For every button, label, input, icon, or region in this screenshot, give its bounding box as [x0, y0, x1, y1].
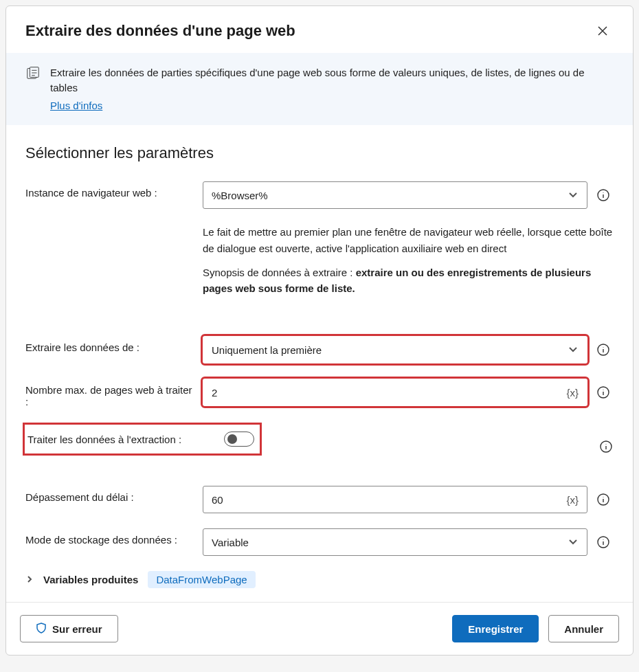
row-description: Le fait de mettre au premier plan une fe… — [25, 224, 614, 321]
timeout-label: Dépassement du délai : — [25, 486, 196, 503]
browser-instance-label: Instance de navigateur web : — [25, 181, 196, 199]
save-label: Enregistrer — [468, 623, 523, 635]
variables-produced-label: Variables produites — [43, 574, 138, 585]
variables-produced-row[interactable]: Variables produites DataFromWebPage — [25, 571, 614, 588]
info-icon[interactable] — [598, 439, 614, 454]
extract-from-select[interactable]: Uniquement la première — [203, 336, 587, 363]
description-synopsis: Synopsis de données à extraire : extrair… — [203, 265, 614, 297]
row-process-on-extract: Traiter les données à l'extraction : — [25, 423, 614, 471]
process-on-extract-label: Traiter les données à l'extraction : — [25, 434, 224, 445]
timeout-value: 60 — [212, 494, 223, 506]
row-extract-from: Extraire les données de : Uniquement la … — [25, 336, 614, 363]
extract-from-label: Extraire les données de : — [25, 336, 196, 353]
browser-instance-value: %Browser% — [212, 190, 268, 201]
chevron-down-icon — [568, 189, 579, 202]
description-line1: Le fait de mettre au premier plan une fe… — [203, 224, 614, 256]
cancel-button[interactable]: Annuler — [548, 615, 619, 642]
process-on-extract-highlight: Traiter les données à l'extraction : — [23, 423, 262, 456]
dialog-header: Extraire des données d'une page web — [6, 6, 633, 53]
info-icon[interactable] — [596, 342, 611, 357]
dialog-body: Sélectionner les paramètres Instance de … — [6, 125, 633, 602]
cancel-label: Annuler — [564, 623, 603, 635]
info-icon[interactable] — [596, 188, 611, 203]
dialog-title: Extraire des données d'une page web — [25, 22, 295, 40]
storage-mode-value: Variable — [212, 537, 249, 548]
dialog: Extraire des données d'une page web Extr… — [5, 5, 634, 656]
save-button[interactable]: Enregistrer — [452, 615, 539, 642]
process-on-extract-toggle[interactable] — [224, 432, 254, 447]
shield-icon — [36, 623, 47, 636]
on-error-button[interactable]: Sur erreur — [20, 615, 118, 642]
variable-chip[interactable]: DataFromWebPage — [148, 571, 255, 588]
row-browser-instance: Instance de navigateur web : %Browser% — [25, 181, 614, 209]
storage-mode-select[interactable]: Variable — [203, 528, 587, 556]
timeout-input[interactable]: 60 {x} — [203, 486, 587, 513]
info-banner: Extraire les données de parties spécifiq… — [6, 53, 633, 125]
variable-token-icon[interactable]: {x} — [566, 387, 579, 399]
row-max-pages: Nombre max. de pages web à traiter : 2 {… — [25, 379, 614, 407]
storage-mode-label: Mode de stockage des données : — [25, 528, 196, 546]
row-timeout: Dépassement du délai : 60 {x} — [25, 486, 614, 513]
max-pages-label: Nombre max. de pages web à traiter : — [25, 379, 196, 407]
variable-token-icon[interactable]: {x} — [566, 494, 579, 506]
close-button[interactable] — [592, 20, 614, 42]
info-icon[interactable] — [596, 535, 611, 550]
info-icon[interactable] — [596, 385, 611, 400]
dialog-footer: Sur erreur Enregistrer Annuler — [6, 602, 633, 655]
browser-instance-select[interactable]: %Browser% — [203, 181, 587, 209]
close-icon — [597, 25, 608, 36]
extract-from-value: Uniquement la première — [212, 344, 322, 356]
chevron-right-icon — [25, 574, 34, 586]
row-storage-mode: Mode de stockage des données : Variable — [25, 528, 614, 556]
max-pages-input[interactable]: 2 {x} — [203, 379, 587, 406]
banner-text: Extraire les données de parties spécifiq… — [50, 65, 614, 113]
toggle-knob — [227, 434, 237, 444]
chevron-down-icon — [568, 344, 579, 357]
banner-description: Extraire les données de parties spécifiq… — [50, 67, 585, 93]
on-error-label: Sur erreur — [52, 623, 102, 635]
page-icon — [25, 65, 41, 83]
info-icon[interactable] — [596, 492, 611, 507]
svg-rect-1 — [30, 67, 38, 78]
synopsis-prefix: Synopsis de données à extraire : — [203, 267, 356, 278]
more-info-link[interactable]: Plus d'infos — [50, 98, 102, 113]
section-title: Sélectionner les paramètres — [25, 144, 614, 162]
chevron-down-icon — [568, 536, 579, 549]
max-pages-value: 2 — [212, 387, 217, 399]
